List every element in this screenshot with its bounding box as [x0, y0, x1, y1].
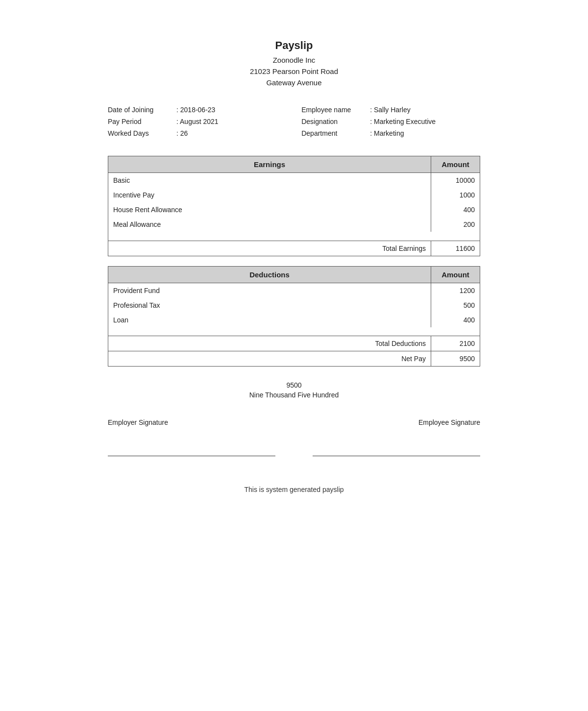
earnings-item-name: Meal Allowance [108, 217, 431, 232]
department-value: : Marketing [370, 129, 480, 137]
employee-signature-line [313, 456, 480, 456]
earnings-item-amount: 400 [431, 202, 480, 217]
deductions-item-name: Loan [108, 313, 431, 327]
deductions-total-amount: 2100 [431, 336, 480, 351]
worked-days-label: Worked Days [108, 129, 176, 137]
employer-signature-line [108, 456, 275, 456]
address-line1: 21023 Pearson Point Road [250, 67, 338, 75]
earnings-table: Earnings Amount Basic 10000 Incentive Pa… [108, 156, 480, 256]
address-line2: Gateway Avenue [266, 78, 321, 87]
employee-signature-block: Employee Signature [313, 418, 480, 456]
deductions-item-amount: 500 [431, 298, 480, 313]
deductions-item-row: Loan 400 [108, 313, 480, 327]
employee-name-row: Employee name : Sally Harley [301, 106, 480, 114]
earnings-total-amount: 11600 [431, 241, 480, 256]
payslip-container: Payslip Zoonodle Inc 21023 Pearson Point… [83, 20, 505, 513]
net-amount-words: Nine Thousand Five Hundred [108, 391, 480, 399]
earnings-item-name: Incentive Pay [108, 188, 431, 202]
earnings-header-row: Earnings Amount [108, 156, 480, 173]
employee-signature-label: Employee Signature [313, 418, 480, 426]
pay-period-value: : August 2021 [176, 118, 287, 125]
company-name: Zoonodle Inc [108, 56, 480, 64]
deductions-item-row: Profesional Tax 500 [108, 298, 480, 313]
deductions-total-row: Total Deductions 2100 [108, 336, 480, 351]
earnings-item-row: Incentive Pay 1000 [108, 188, 480, 202]
designation-row: Designation : Marketing Executive [301, 118, 480, 125]
deductions-table: Deductions Amount Provident Fund 1200 Pr… [108, 266, 480, 367]
header: Payslip Zoonodle Inc 21023 Pearson Point… [108, 39, 480, 88]
company-address: 21023 Pearson Point Road Gateway Avenue [108, 66, 480, 88]
worked-days-value: : 26 [176, 129, 287, 137]
earnings-amount-header: Amount [431, 156, 480, 173]
deductions-amount-header: Amount [431, 266, 480, 283]
signatures-section: Employer Signature Employee Signature [108, 418, 480, 456]
deductions-item-amount: 400 [431, 313, 480, 327]
employer-signature-block: Employer Signature [108, 418, 275, 456]
deductions-table-section: Deductions Amount Provident Fund 1200 Pr… [108, 266, 480, 367]
footer: This is system generated payslip [108, 486, 480, 493]
designation-value: : Marketing Executive [370, 118, 480, 125]
earnings-spacer-after-items [108, 232, 480, 241]
payslip-title: Payslip [108, 39, 480, 52]
earnings-item-name: House Rent Allowance [108, 202, 431, 217]
deductions-item-name: Profesional Tax [108, 298, 431, 313]
worked-days-row: Worked Days : 26 [108, 129, 287, 137]
net-pay-label: Net Pay [108, 351, 431, 367]
net-pay-amount: 9500 [431, 351, 480, 367]
earnings-table-section: Earnings Amount Basic 10000 Incentive Pa… [108, 156, 480, 256]
employee-name-label: Employee name [301, 106, 370, 114]
amount-summary: 9500 Nine Thousand Five Hundred [108, 381, 480, 399]
info-section: Date of Joining : 2018-06-23 Pay Period … [108, 106, 480, 141]
earnings-header-label: Earnings [108, 156, 431, 173]
net-pay-row: Net Pay 9500 [108, 351, 480, 367]
pay-period-row: Pay Period : August 2021 [108, 118, 287, 125]
date-of-joining-row: Date of Joining : 2018-06-23 [108, 106, 287, 114]
deductions-item-amount: 1200 [431, 283, 480, 298]
earnings-total-row: Total Earnings 11600 [108, 241, 480, 256]
info-left: Date of Joining : 2018-06-23 Pay Period … [108, 106, 287, 141]
deductions-item-row: Provident Fund 1200 [108, 283, 480, 298]
date-of-joining-label: Date of Joining [108, 106, 176, 114]
deductions-spacer-after-items [108, 327, 480, 336]
earnings-item-amount: 10000 [431, 173, 480, 188]
deductions-header-label: Deductions [108, 266, 431, 283]
earnings-item-amount: 200 [431, 217, 480, 232]
designation-label: Designation [301, 118, 370, 125]
earnings-item-amount: 1000 [431, 188, 480, 202]
employee-name-value: : Sally Harley [370, 106, 480, 114]
date-of-joining-value: : 2018-06-23 [176, 106, 287, 114]
earnings-item-row: Meal Allowance 200 [108, 217, 480, 232]
earnings-total-label: Total Earnings [108, 241, 431, 256]
net-amount-number: 9500 [108, 381, 480, 389]
deductions-total-label: Total Deductions [108, 336, 431, 351]
deductions-header-row: Deductions Amount [108, 266, 480, 283]
earnings-item-name: Basic [108, 173, 431, 188]
department-label: Department [301, 129, 370, 137]
earnings-item-row: House Rent Allowance 400 [108, 202, 480, 217]
pay-period-label: Pay Period [108, 118, 176, 125]
department-row: Department : Marketing [301, 129, 480, 137]
deductions-item-name: Provident Fund [108, 283, 431, 298]
info-right: Employee name : Sally Harley Designation… [301, 106, 480, 141]
footer-text: This is system generated payslip [244, 486, 343, 493]
employer-signature-label: Employer Signature [108, 418, 275, 426]
earnings-item-row: Basic 10000 [108, 173, 480, 188]
